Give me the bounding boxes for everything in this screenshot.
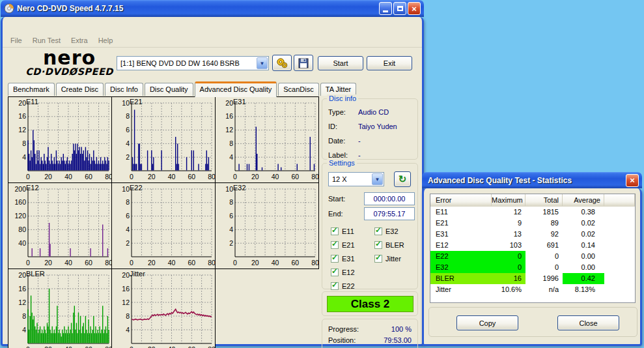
svg-text:60: 60 <box>291 259 299 267</box>
disc-info-value: - <box>358 151 361 159</box>
svg-text:80: 80 <box>311 173 318 181</box>
checkbox-box[interactable]: ✓ <box>331 241 339 249</box>
chevron-down-icon[interactable]: ▼ <box>372 173 383 185</box>
tab-advanced-disc-quality[interactable]: Advanced Disc Quality <box>195 81 277 97</box>
checkbox-e21[interactable]: ✓E21 <box>331 238 355 252</box>
refresh-button[interactable]: ↻ <box>394 171 411 187</box>
svg-text:4: 4 <box>126 139 130 147</box>
speed-select[interactable]: 12 X ▼ <box>328 172 384 186</box>
chart-jitter: 48121620020406080Jitter <box>111 268 216 348</box>
maximize-button[interactable] <box>393 2 406 15</box>
chart-e22: 246810020406080E22 <box>111 182 216 269</box>
checkbox-box[interactable]: ✓ <box>374 255 382 263</box>
svg-text:20: 20 <box>148 345 156 348</box>
tab-ta-jitter[interactable]: TA Jitter <box>320 83 357 96</box>
stats-col-average[interactable]: Average <box>563 194 604 206</box>
svg-text:120: 120 <box>14 212 26 220</box>
stats-row-bler[interactable]: BLER1619960.42 <box>430 273 635 284</box>
chart-e11: 48121620020406080E11 <box>8 96 113 183</box>
tab-scandisc[interactable]: ScanDisc <box>278 83 318 96</box>
start-time-field[interactable]: 000:00.00 <box>364 192 415 205</box>
svg-text:0: 0 <box>233 173 237 181</box>
disc-info-row: ID:Taiyo Yuden <box>328 123 412 132</box>
main-titlebar[interactable]: Nero CD-DVD Speed 4.7.7.15 × <box>1 0 424 17</box>
close-button[interactable]: × <box>408 2 421 15</box>
tab-disc-quality[interactable]: Disc Quality <box>145 83 193 96</box>
menu-extra[interactable]: Extra <box>66 34 93 47</box>
tab-benchmark[interactable]: Benchmark <box>8 83 55 96</box>
stats-row-e12[interactable]: E121036910.14 <box>430 240 635 251</box>
app-icon <box>4 3 14 14</box>
svg-text:6: 6 <box>229 212 233 220</box>
stats-row-e31[interactable]: E3113920.02 <box>430 229 635 240</box>
checkbox-jitter[interactable]: ✓Jitter <box>374 252 404 265</box>
stats-close-icon-button[interactable]: × <box>626 174 639 187</box>
drive-select[interactable]: [1:1] BENQ DVD DD DW 1640 BSRB ▼ <box>117 56 269 70</box>
close-button-label: Close <box>579 319 597 327</box>
checkbox-e12[interactable]: ✓E12 <box>331 265 355 279</box>
stats-row-e11[interactable]: E111218150.38 <box>430 207 635 218</box>
menu-file[interactable]: File <box>5 34 27 47</box>
end-time-field[interactable]: 079:55.17 <box>364 207 415 220</box>
checkbox-box[interactable]: ✓ <box>374 241 382 249</box>
stats-cell-total: 0 <box>525 262 563 273</box>
checkbox-box[interactable]: ✓ <box>331 227 339 235</box>
exit-button[interactable]: Exit <box>367 56 412 70</box>
end-time-label: End: <box>328 210 343 218</box>
tab-disc-info[interactable]: Disc Info <box>105 83 143 96</box>
stats-cell-average: 0.02 <box>563 218 604 229</box>
minimize-button[interactable] <box>379 2 392 15</box>
svg-text:2: 2 <box>229 239 233 247</box>
checkbox-e11[interactable]: ✓E11 <box>331 224 355 238</box>
chevron-down-icon[interactable]: ▼ <box>257 57 268 69</box>
svg-text:20: 20 <box>18 271 26 279</box>
svg-text:10: 10 <box>122 99 130 107</box>
menu-run-test[interactable]: Run Test <box>27 34 66 47</box>
checkbox-box[interactable]: ✓ <box>374 227 382 235</box>
save-button[interactable] <box>294 55 313 71</box>
nero-logo-text: nero <box>22 50 117 66</box>
tab-create-disc[interactable]: Create Disc <box>56 83 104 96</box>
checkbox-label: BLER <box>385 241 404 249</box>
stats-cell-average: 0.14 <box>563 240 604 251</box>
options-button[interactable] <box>272 55 292 71</box>
stats-row-e22[interactable]: E22000.00 <box>430 251 635 262</box>
stats-col-maximum[interactable]: Maximum <box>492 194 525 206</box>
stats-cell-average: 0.42 <box>563 273 604 284</box>
stats-cell-total: 0 <box>525 251 563 262</box>
progress-row: Progress:100 % <box>328 325 412 334</box>
checkbox-e31[interactable]: ✓E31 <box>331 252 355 265</box>
svg-text:4: 4 <box>22 153 26 161</box>
svg-text:40: 40 <box>272 173 279 181</box>
stats-row-jitter[interactable]: Jitter10.6%n/a8.13% <box>430 284 635 295</box>
checkbox-box[interactable]: ✓ <box>331 282 339 290</box>
copy-button[interactable]: Copy <box>456 315 518 330</box>
svg-text:60: 60 <box>85 259 92 267</box>
check-icon: ✓ <box>331 239 338 248</box>
checkbox-e32[interactable]: ✓E32 <box>374 224 404 238</box>
stats-cell-maximum: 10.6% <box>492 284 525 295</box>
svg-text:20: 20 <box>148 173 156 181</box>
svg-text:60: 60 <box>85 345 92 348</box>
svg-text:0: 0 <box>26 259 30 267</box>
stats-row-e21[interactable]: E219890.02 <box>430 218 635 229</box>
start-button[interactable]: Start <box>318 56 363 70</box>
chart-bler: 48121620020406080BLER <box>8 268 113 348</box>
checkbox-box[interactable]: ✓ <box>331 255 339 263</box>
svg-text:40: 40 <box>18 239 26 247</box>
svg-text:20: 20 <box>122 271 130 279</box>
checkbox-box[interactable]: ✓ <box>331 268 339 276</box>
menu-help[interactable]: Help <box>93 34 119 47</box>
stats-row-e32[interactable]: E32000.00 <box>430 262 635 273</box>
close-button[interactable]: Close <box>557 315 619 330</box>
stats-col-total[interactable]: Total <box>525 194 563 206</box>
chart-e21: 246810020406080E21 <box>111 96 216 183</box>
svg-text:80: 80 <box>208 259 215 267</box>
stats-dialog-titlebar[interactable]: Advanced Disc Quality Test - Statistics … <box>422 172 642 188</box>
checkbox-bler[interactable]: ✓BLER <box>374 238 404 252</box>
checkbox-e22[interactable]: ✓E22 <box>331 279 355 293</box>
svg-text:12: 12 <box>18 298 26 306</box>
svg-text:8: 8 <box>126 112 130 120</box>
stats-col-error[interactable]: Error <box>430 194 492 206</box>
stats-cell-maximum: 13 <box>492 229 525 240</box>
